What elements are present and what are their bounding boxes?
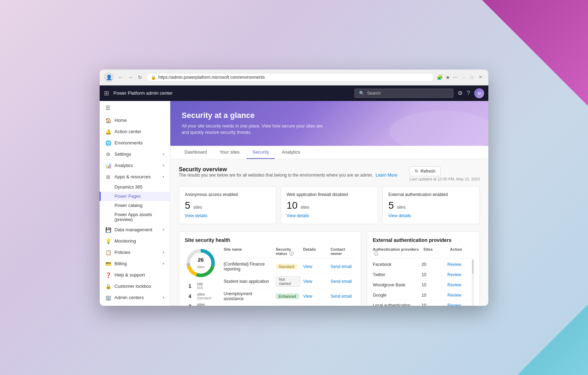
provider-name-0: Facebook <box>373 262 419 267</box>
address-bar[interactable]: 🔒 https://admin.powerplatform.microsoft.… <box>146 73 434 82</box>
minimize-button[interactable]: – <box>461 74 467 80</box>
sidebar-item-home[interactable]: 🏠 Home <box>100 115 170 126</box>
sidebar-item-help-support[interactable]: ❓ Help & support <box>100 269 170 281</box>
sidebar-item-policies[interactable]: 📋 Policies ▾ <box>100 247 170 258</box>
sidebar-subitem-power-apps-assets[interactable]: Power Apps assets (preview) <box>100 210 170 224</box>
sidebar: ☰ 🏠 Home 🔔 Action center 🌐 Environments … <box>100 101 170 306</box>
view-2[interactable]: View <box>303 294 328 299</box>
sidebar-item-monitoring[interactable]: 💡 Monitoring <box>100 236 170 247</box>
site-name-2: Unemployment assistance <box>224 291 273 301</box>
power-pages-label: Power Pages <box>114 194 141 199</box>
provider-action-4[interactable]: Review <box>447 303 470 306</box>
sidebar-subitem-power-pages[interactable]: Power Pages <box>100 192 170 201</box>
provider-action-0[interactable]: Review <box>447 262 470 267</box>
stat-link-waf[interactable]: View details <box>287 213 372 218</box>
tab-dashboard[interactable]: Dashboard <box>179 146 213 159</box>
security-status-info-icon[interactable]: i <box>289 251 294 256</box>
stat-link-anonymous[interactable]: View details <box>185 213 270 218</box>
stats-row: Anonymous access enabled 5 sites View de… <box>179 186 480 224</box>
stat-link-ext-auth[interactable]: View details <box>388 213 474 218</box>
environments-icon: 🌐 <box>105 140 111 146</box>
sidebar-action-center-label: Action center <box>114 129 141 134</box>
tab-security[interactable]: Security <box>247 146 275 159</box>
refresh-button[interactable]: ↻ Refresh <box>410 166 441 176</box>
admin-centers-chevron: ▾ <box>163 296 164 299</box>
more-button[interactable]: ⋯ <box>453 75 458 80</box>
donut-chart: 26 sites <box>185 247 217 279</box>
action-center-icon: 🔔 <box>105 129 111 135</box>
sidebar-item-environments[interactable]: 🌐 Environments <box>100 137 170 149</box>
stat-unit-waf: sites <box>301 205 310 210</box>
provider-row: Google 10 Review <box>373 290 470 300</box>
analytics-icon: 📊 <box>105 163 111 168</box>
provider-sites-1: 10 <box>422 272 445 277</box>
sidebar-hamburger[interactable]: ☰ <box>100 101 170 115</box>
close-button[interactable]: ✕ <box>477 74 484 80</box>
search-icon: 🔍 <box>359 91 364 96</box>
provider-action-3[interactable]: Review <box>447 293 470 298</box>
legend-item-enhanced: 7 sites Enhanced <box>188 302 213 306</box>
provider-row: Woodgrove Bank 10 Review <box>373 280 470 290</box>
sidebar-lockbox-label: Customer lockbox <box>114 284 151 289</box>
admin-centers-icon: 🏢 <box>105 295 111 300</box>
sidebar-subitem-dynamics365[interactable]: Dynamics 365 <box>100 183 170 192</box>
analytics-chevron: ▾ <box>163 163 164 167</box>
settings-icon: ⚙ <box>105 151 111 157</box>
legend-na-sublabel: N/A <box>197 286 203 290</box>
contact-2[interactable]: Send email <box>330 294 355 299</box>
sidebar-environments-label: Environments <box>114 140 142 145</box>
sidebar-apps-label: Apps & resources <box>114 174 151 179</box>
billing-icon: 💳 <box>105 261 111 267</box>
sidebar-settings-label: Settings <box>114 151 131 157</box>
power-apps-assets-label: Power Apps assets (preview) <box>114 212 152 222</box>
learn-more-link[interactable]: Learn More <box>376 173 397 178</box>
forward-button[interactable]: → <box>127 74 134 81</box>
data-management-icon: 💾 <box>105 227 111 233</box>
user-avatar[interactable]: U <box>474 88 484 98</box>
hero-description: All your site security needs in one plac… <box>182 123 323 136</box>
sidebar-item-billing[interactable]: 💳 Billing ▾ <box>100 258 170 269</box>
reload-button[interactable]: ↻ <box>136 74 143 81</box>
view-0[interactable]: View <box>303 264 328 269</box>
health-content: 26 sites 1 <box>185 247 355 306</box>
help-icon-button[interactable]: ? <box>467 90 470 96</box>
sidebar-subitem-power-catalog[interactable]: Power catalog <box>100 201 170 210</box>
legend-standard-sublabel: Standard <box>197 296 211 300</box>
provider-action-2[interactable]: Review <box>447 282 470 287</box>
provider-row: Facebook 20 Review <box>373 260 470 270</box>
back-button[interactable]: ← <box>117 74 124 81</box>
stat-number-waf: 10 <box>287 200 298 211</box>
extensions-button[interactable]: 🧩 <box>437 75 443 80</box>
table-header: Site name Security status i Details Cont… <box>224 247 355 258</box>
maximize-button[interactable]: □ <box>469 74 475 80</box>
contact-0[interactable]: Send email <box>330 264 355 269</box>
contact-1[interactable]: Send email <box>330 279 355 284</box>
last-updated: Last updated at 12:00 PM, May 12, 2023 <box>410 177 480 181</box>
sidebar-item-settings[interactable]: ⚙ Settings ▾ <box>100 149 170 160</box>
sidebar-item-analytics[interactable]: 📊 Analytics ▾ <box>100 160 170 171</box>
table-row: [Confidential] Finance reporting Standar… <box>224 260 355 274</box>
table-row: Low income residents Advanced View Send … <box>224 304 355 306</box>
auth-providers-info-icon[interactable]: i <box>374 251 378 256</box>
scrollbar-indicator[interactable] <box>472 260 474 306</box>
grid-icon[interactable]: ⊞ <box>104 89 109 97</box>
sidebar-item-data-management[interactable]: 💾 Data management ▾ <box>100 224 170 236</box>
sidebar-item-admin-centers[interactable]: 🏢 Admin centers ▾ <box>100 292 170 303</box>
browser-window: 👤 ← → ↻ 🔒 https://admin.powerplatform.mi… <box>100 70 488 306</box>
home-icon: 🏠 <box>105 118 111 123</box>
hero-title: Security at a glance <box>182 111 477 120</box>
settings-icon-button[interactable]: ⚙ <box>458 90 463 96</box>
stat-number-ext-auth: 5 <box>388 200 394 211</box>
tab-analytics[interactable]: Analytics <box>276 146 306 159</box>
bookmark-button[interactable]: ★ <box>446 75 450 80</box>
badge-standard-0: Standard <box>276 264 297 269</box>
sidebar-item-action-center[interactable]: 🔔 Action center <box>100 126 170 137</box>
provider-action-1[interactable]: Review <box>447 272 470 277</box>
search-bar[interactable]: 🔍 Search <box>354 89 453 98</box>
tab-your-sites[interactable]: Your sites <box>214 146 246 159</box>
refresh-icon: ↻ <box>415 169 418 174</box>
app-header: ⊞ Power Platform admin center 🔍 Search ⚙… <box>100 85 488 101</box>
sidebar-item-customer-lockbox[interactable]: 🔒 Customer lockbox <box>100 281 170 292</box>
sidebar-item-apps-resources[interactable]: ⊞ Apps & resources ▾ <box>100 171 170 183</box>
view-1[interactable]: View <box>303 279 328 284</box>
